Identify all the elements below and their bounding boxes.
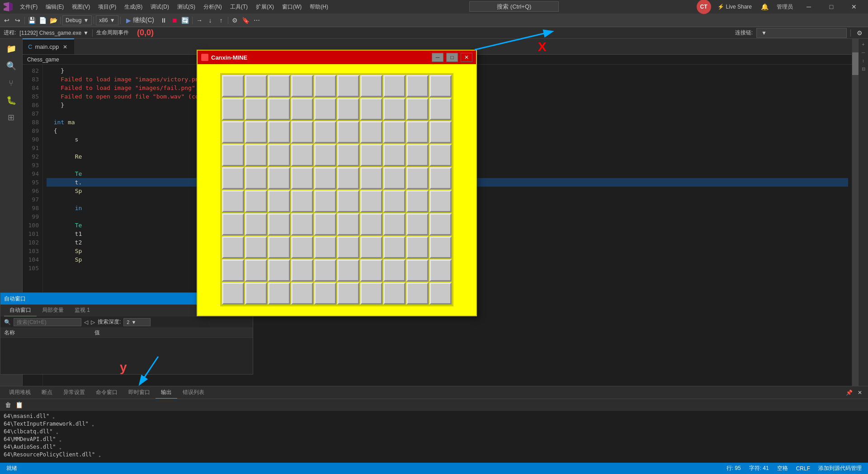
mine-cell[interactable] — [360, 190, 382, 212]
continue-button[interactable]: ▶ 继续(C) — [123, 15, 158, 25]
tab-breakpoints[interactable]: 断点 — [36, 387, 58, 399]
menu-analyze[interactable]: 分析(N) — [200, 2, 226, 12]
mine-cell[interactable] — [291, 144, 313, 166]
mine-cell[interactable] — [314, 190, 336, 212]
mine-cell[interactable] — [383, 121, 406, 143]
mine-cell[interactable] — [429, 167, 452, 189]
mine-cell[interactable] — [337, 121, 359, 143]
close-bottom-panel-button[interactable]: ✕ — [855, 388, 864, 397]
output-copy-button[interactable]: 📋 — [14, 400, 24, 409]
output-clear-button[interactable]: 🗑 — [4, 400, 13, 409]
mine-cell[interactable] — [222, 190, 244, 212]
watch-tab[interactable]: 监视 1 — [69, 305, 95, 316]
game-maximize-button[interactable]: □ — [446, 53, 458, 62]
mine-cell[interactable] — [245, 75, 267, 97]
menu-build[interactable]: 生成(B) — [121, 2, 146, 12]
tab-error-list[interactable]: 错误列表 — [177, 387, 210, 399]
mine-cell[interactable] — [291, 213, 313, 235]
mine-cell[interactable] — [337, 75, 359, 97]
bookmark-button[interactable]: 🔖 — [241, 15, 251, 25]
mine-cell[interactable] — [429, 121, 452, 143]
thread-settings-btn[interactable]: ⚙ — [854, 28, 864, 38]
mine-cell[interactable] — [245, 236, 267, 258]
mine-cell[interactable] — [222, 144, 244, 166]
mine-cell[interactable] — [406, 236, 429, 258]
pin-bottom-panel-button[interactable]: 📌 — [844, 388, 854, 397]
right-panel-icon-4[interactable]: ⊟ — [860, 65, 867, 72]
mine-cell[interactable] — [222, 213, 244, 235]
mine-cell[interactable] — [268, 98, 290, 120]
right-panel-icon-1[interactable]: + — [860, 41, 867, 48]
sidebar-extensions-icon[interactable]: ⊞ — [3, 109, 19, 126]
mine-cell[interactable] — [268, 121, 290, 143]
open-button[interactable]: 📂 — [48, 15, 58, 25]
mine-cell[interactable] — [429, 282, 452, 305]
live-share-button[interactable]: ⚡ Live Share — [713, 2, 756, 11]
mine-cell[interactable] — [268, 167, 290, 189]
mine-cell[interactable] — [314, 144, 336, 166]
mine-cell[interactable] — [291, 282, 313, 305]
mine-cell[interactable] — [291, 75, 313, 97]
mine-cell[interactable] — [291, 167, 313, 189]
mine-cell[interactable] — [245, 167, 267, 189]
menu-debug[interactable]: 调试(D) — [147, 2, 173, 12]
tab-exception-settings[interactable]: 异常设置 — [58, 387, 90, 399]
mine-cell[interactable] — [245, 190, 267, 212]
mine-cell[interactable] — [429, 190, 452, 212]
mine-cell[interactable] — [245, 213, 267, 235]
mine-cell[interactable] — [406, 98, 429, 120]
mine-cell[interactable] — [383, 98, 406, 120]
sidebar-git-icon[interactable]: ⑂ — [3, 75, 19, 91]
mine-cell[interactable] — [222, 98, 244, 120]
status-crlf[interactable]: CRLF — [794, 465, 812, 472]
mine-cell[interactable] — [360, 213, 382, 235]
menu-project[interactable]: 项目(P) — [94, 2, 120, 12]
tab-close-button[interactable]: ✕ — [61, 43, 69, 51]
mine-cell[interactable] — [268, 259, 290, 282]
mine-cell[interactable] — [406, 213, 429, 235]
mine-cell[interactable] — [268, 236, 290, 258]
status-line[interactable]: 行: 95 — [725, 465, 743, 472]
mine-cell[interactable] — [406, 167, 429, 189]
mine-cell[interactable] — [222, 259, 244, 282]
menu-test[interactable]: 测试(S) — [174, 2, 199, 12]
local-tab[interactable]: 局部变量 — [37, 305, 69, 316]
game-minimize-button[interactable]: ─ — [432, 53, 443, 62]
settings-button[interactable]: ⚙ — [230, 15, 240, 25]
mine-cell[interactable] — [383, 190, 406, 212]
mine-cell[interactable] — [245, 259, 267, 282]
mine-cell[interactable] — [383, 282, 406, 305]
mine-cell[interactable] — [383, 75, 406, 97]
step-out-button[interactable]: ↑ — [216, 15, 226, 25]
mine-cell[interactable] — [291, 121, 313, 143]
step-over-button[interactable]: → — [194, 15, 204, 25]
more-button[interactable]: ⋯ — [252, 15, 262, 25]
search-box[interactable]: 搜索 (Ctrl+Q) — [469, 1, 559, 12]
scrollbar-thumb[interactable] — [852, 52, 859, 75]
mine-cell[interactable] — [245, 282, 267, 305]
mine-cell[interactable] — [383, 213, 406, 235]
break-all-button[interactable]: ⏸ — [159, 15, 169, 25]
new-file-button[interactable]: 📄 — [38, 15, 47, 25]
menu-view[interactable]: 视图(V) — [68, 2, 94, 12]
mine-cell[interactable] — [429, 144, 452, 166]
mine-cell[interactable] — [337, 236, 359, 258]
mine-cell[interactable] — [360, 282, 382, 305]
step-into-button[interactable]: ↓ — [205, 15, 215, 25]
maximize-button[interactable]: □ — [821, 0, 842, 14]
tab-main-cpp[interactable]: C main.cpp ✕ — [23, 38, 74, 54]
status-ready[interactable]: 就绪 — [5, 465, 19, 472]
mine-cell[interactable] — [222, 167, 244, 189]
restart-button[interactable]: 🔄 — [180, 15, 190, 25]
mine-cell[interactable] — [429, 98, 452, 120]
mine-cell[interactable] — [222, 236, 244, 258]
auto-tab[interactable]: 自动窗口 — [4, 305, 37, 316]
threads-dropdown[interactable]: ▼ — [756, 28, 847, 38]
mine-cell[interactable] — [222, 75, 244, 97]
mine-cell[interactable] — [360, 98, 382, 120]
sidebar-search-icon[interactable]: 🔍 — [3, 58, 19, 74]
mine-cell[interactable] — [268, 190, 290, 212]
mine-cell[interactable] — [383, 259, 406, 282]
mine-cell[interactable] — [314, 213, 336, 235]
menu-help[interactable]: 帮助(H) — [306, 2, 332, 12]
